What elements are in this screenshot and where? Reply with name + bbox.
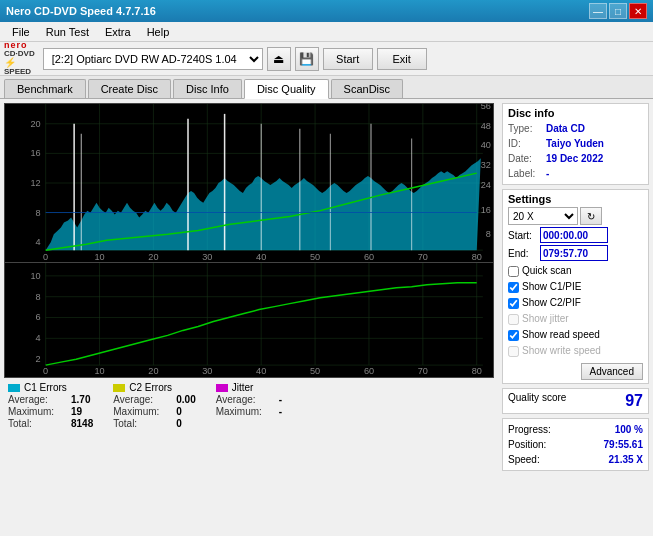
menu-file[interactable]: File (4, 25, 38, 39)
maximize-button[interactable]: □ (609, 3, 627, 19)
close-button[interactable]: ✕ (629, 3, 647, 19)
speed-value: 21.35 X (609, 452, 643, 467)
save-icon-btn[interactable]: 💾 (295, 47, 319, 71)
jitter-avg-label: Average: (216, 394, 271, 405)
c1-total-value: 8148 (71, 418, 93, 429)
svg-text:20: 20 (148, 366, 158, 376)
tab-disc-info[interactable]: Disc Info (173, 79, 242, 98)
end-label: End: (508, 248, 536, 259)
quick-scan-checkbox[interactable] (508, 266, 519, 277)
jitter-label: Show jitter (522, 311, 569, 327)
svg-text:4: 4 (36, 333, 41, 343)
speed-select[interactable]: Maximum4 X8 X16 X20 X32 X40 X48 X (508, 207, 578, 225)
type-value: Data CD (546, 121, 585, 136)
c2-pif-checkbox[interactable] (508, 298, 519, 309)
c1-avg-label: Average: (8, 394, 63, 405)
advanced-button[interactable]: Advanced (581, 363, 643, 380)
svg-text:56: 56 (481, 104, 491, 111)
jitter-color-dot (216, 384, 228, 392)
start-label: Start: (508, 230, 536, 241)
eject-icon-btn[interactable]: ⏏ (267, 47, 291, 71)
jitter-max-label: Maximum: (216, 406, 271, 417)
menu-help[interactable]: Help (139, 25, 178, 39)
menu-run-test[interactable]: Run Test (38, 25, 97, 39)
tab-disc-quality[interactable]: Disc Quality (244, 79, 329, 99)
quality-label: Quality score (508, 392, 566, 410)
menu-extra[interactable]: Extra (97, 25, 139, 39)
title-bar: Nero CD-DVD Speed 4.7.7.16 — □ ✕ (0, 0, 653, 22)
jitter-legend-title: Jitter (232, 382, 254, 393)
speed-label: Speed: (508, 452, 540, 467)
write-speed-row: Show write speed (508, 343, 643, 359)
svg-text:40: 40 (481, 141, 491, 151)
id-value: Taiyo Yuden (546, 136, 604, 151)
disc-label-value: - (546, 166, 549, 181)
svg-text:48: 48 (481, 121, 491, 131)
c1-color-dot (8, 384, 20, 392)
quick-scan-row: Quick scan (508, 263, 643, 279)
svg-text:4: 4 (35, 237, 40, 247)
type-label: Type: (508, 121, 546, 136)
jitter-checkbox (508, 314, 519, 325)
svg-text:0: 0 (43, 366, 48, 376)
position-label: Position: (508, 437, 546, 452)
read-speed-row: Show read speed (508, 327, 643, 343)
svg-text:70: 70 (418, 366, 428, 376)
minimize-button[interactable]: — (589, 3, 607, 19)
svg-text:30: 30 (202, 252, 212, 262)
nero-logo: nero CD·DVD⚡SPEED (4, 41, 35, 76)
c1-avg-value: 1.70 (71, 394, 90, 405)
quality-section: Quality score 97 (502, 388, 649, 414)
svg-text:2: 2 (36, 354, 41, 364)
svg-text:8: 8 (36, 292, 41, 302)
svg-text:40: 40 (256, 252, 266, 262)
svg-text:8: 8 (35, 208, 40, 218)
c1-max-value: 19 (71, 406, 82, 417)
write-speed-label: Show write speed (522, 343, 601, 359)
svg-text:70: 70 (418, 252, 428, 262)
start-button[interactable]: Start (323, 48, 373, 70)
svg-text:32: 32 (481, 160, 491, 170)
svg-text:24: 24 (481, 180, 491, 190)
position-value: 79:55.61 (604, 437, 643, 452)
svg-text:0: 0 (43, 252, 48, 262)
svg-text:80: 80 (472, 252, 482, 262)
quick-scan-label: Quick scan (522, 263, 571, 279)
charts-area: 20 16 12 8 4 56 48 40 32 24 16 8 0 10 20… (4, 103, 494, 529)
read-speed-checkbox[interactable] (508, 330, 519, 341)
c2-max-value: 0 (176, 406, 182, 417)
svg-text:80: 80 (472, 366, 482, 376)
drive-select[interactable]: [2:2] Optiarc DVD RW AD-7240S 1.04 (43, 48, 263, 70)
c2-color-dot (113, 384, 125, 392)
c2-avg-label: Average: (113, 394, 168, 405)
refresh-button[interactable]: ↻ (580, 207, 602, 225)
c1-total-label: Total: (8, 418, 63, 429)
progress-section: Progress: 100 % Position: 79:55.61 Speed… (502, 418, 649, 471)
end-time-input[interactable] (540, 245, 608, 261)
svg-text:12: 12 (30, 178, 40, 188)
tab-benchmark[interactable]: Benchmark (4, 79, 86, 98)
start-time-input[interactable] (540, 227, 608, 243)
svg-text:16: 16 (30, 148, 40, 158)
c2-pif-row: Show C2/PIF (508, 295, 643, 311)
read-speed-label: Show read speed (522, 327, 600, 343)
date-label: Date: (508, 151, 546, 166)
tab-scan-disc[interactable]: ScanDisc (331, 79, 403, 98)
exit-button[interactable]: Exit (377, 48, 427, 70)
jitter-row: Show jitter (508, 311, 643, 327)
c1-pie-row: Show C1/PIE (508, 279, 643, 295)
window-controls: — □ ✕ (589, 3, 647, 19)
c2-max-label: Maximum: (113, 406, 168, 417)
svg-text:10: 10 (94, 252, 104, 262)
jitter-avg-value: - (279, 394, 282, 405)
speed-chart: 10 8 6 4 2 0 10 20 30 40 50 60 70 80 (4, 263, 494, 378)
settings-title: Settings (508, 193, 643, 205)
tab-create-disc[interactable]: Create Disc (88, 79, 171, 98)
window-title: Nero CD-DVD Speed 4.7.7.16 (6, 5, 156, 17)
toolbar: nero CD·DVD⚡SPEED [2:2] Optiarc DVD RW A… (0, 42, 653, 76)
quality-score: 97 (625, 392, 643, 410)
c1-pie-checkbox[interactable] (508, 282, 519, 293)
svg-text:8: 8 (486, 229, 491, 239)
side-panel: Disc info Type: Data CD ID: Taiyo Yuden … (498, 99, 653, 533)
write-speed-checkbox (508, 346, 519, 357)
